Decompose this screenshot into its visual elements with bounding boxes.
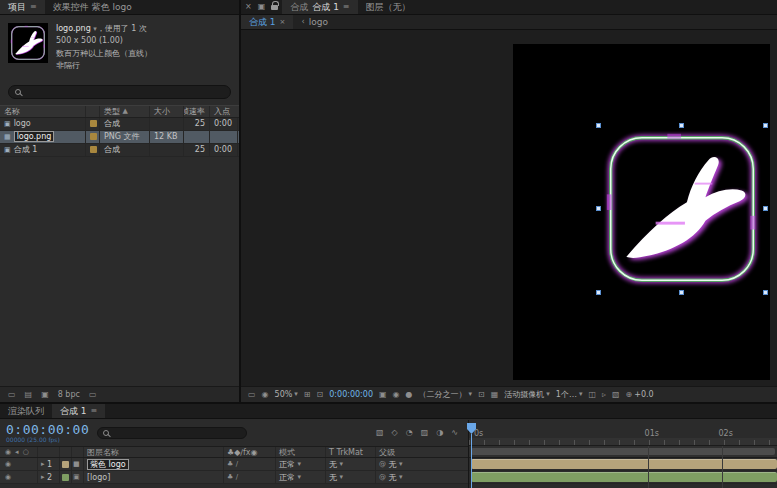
tab-composition[interactable]: 合成 合成 1 ≡ bbox=[282, 0, 357, 14]
panel-menu-icon[interactable]: ≡ bbox=[343, 3, 350, 11]
project-search-field[interactable] bbox=[8, 85, 231, 99]
trkmat-select[interactable]: 无 ▾ bbox=[326, 471, 376, 483]
magnification-icon[interactable]: ◉ bbox=[262, 391, 269, 399]
flowchart-icon[interactable]: ▧ bbox=[612, 391, 620, 399]
project-bpc[interactable]: 8 bpc bbox=[58, 390, 80, 399]
column-size[interactable]: 大小 bbox=[150, 106, 184, 117]
quality-slash-icon[interactable]: ∕ bbox=[236, 461, 238, 468]
label-swatch[interactable] bbox=[90, 146, 97, 153]
comp-current-time[interactable]: 0:00:00:00 bbox=[329, 390, 373, 399]
trkmat-select[interactable]: 无 ▾ bbox=[326, 458, 376, 470]
quality-icon[interactable]: ♣ bbox=[227, 474, 233, 481]
work-area-bar[interactable] bbox=[469, 446, 777, 458]
tab-timeline-comp-1[interactable]: 合成 1 ≡ bbox=[52, 404, 105, 418]
quality-icon[interactable]: ♣ bbox=[227, 461, 233, 468]
mode-select[interactable]: 正常 ▾ bbox=[276, 458, 326, 470]
lock-icon[interactable] bbox=[271, 5, 278, 10]
timeline-search-field[interactable] bbox=[97, 427, 247, 439]
close-icon[interactable]: × bbox=[245, 3, 252, 11]
eye-icon[interactable]: ◉ bbox=[5, 461, 11, 468]
layer-duration-bar[interactable] bbox=[471, 472, 777, 482]
selection-handle[interactable] bbox=[763, 206, 768, 211]
time-ruler[interactable]: 0s 01s 02s bbox=[469, 420, 777, 446]
channels-icon[interactable]: ● bbox=[406, 391, 413, 399]
new-comp-icon[interactable]: ▣ bbox=[41, 391, 49, 399]
always-preview-icon[interactable]: ▭ bbox=[248, 391, 256, 399]
label-swatch[interactable] bbox=[90, 120, 97, 127]
viewer-tab-comp-1[interactable]: 合成 1 × bbox=[241, 15, 293, 29]
grid-guides-icon[interactable]: ⊞ bbox=[304, 391, 311, 399]
draft-3d-icon[interactable]: ◇ bbox=[392, 429, 398, 437]
column-layer-name[interactable]: 图层名称 bbox=[84, 447, 224, 457]
selection-handle[interactable] bbox=[763, 123, 768, 128]
transparency-grid-icon[interactable]: ▦ bbox=[491, 391, 499, 399]
shy-layers-icon[interactable]: ◔ bbox=[406, 429, 413, 437]
selection-handle[interactable] bbox=[596, 290, 601, 295]
interpret-footage-icon[interactable]: ▭ bbox=[8, 391, 16, 399]
comp-viewer[interactable] bbox=[241, 30, 777, 386]
snapshot-icon[interactable]: ▣ bbox=[379, 391, 387, 399]
project-row-comp-1[interactable]: ▣合成 1 合成 25 0:00 bbox=[0, 144, 239, 157]
trash-icon[interactable]: ▭ bbox=[89, 391, 97, 399]
column-framerate[interactable]: 帧速率 bbox=[184, 106, 210, 117]
timeline-track-area[interactable]: 0s 01s 02s bbox=[468, 420, 777, 488]
panel-menu-icon[interactable]: ≡ bbox=[91, 407, 98, 415]
project-row-logo-comp[interactable]: ▣logo 合成 25 0:00 bbox=[0, 118, 239, 131]
column-name[interactable]: 名称 bbox=[0, 106, 86, 117]
graph-editor-icon[interactable]: ∿ bbox=[451, 429, 458, 437]
expand-icon[interactable]: ▸ bbox=[41, 461, 45, 468]
pixel-aspect-icon[interactable]: ◫ bbox=[588, 391, 596, 399]
item-name[interactable]: logo.png bbox=[14, 131, 55, 142]
current-time-indicator[interactable] bbox=[471, 434, 472, 488]
zoom-select[interactable]: 50%▾ bbox=[275, 390, 298, 399]
show-snapshot-icon[interactable]: ◉ bbox=[393, 391, 400, 399]
mode-select[interactable]: 正常 ▾ bbox=[276, 471, 326, 483]
layer-name-edit[interactable]: 紫色 logo bbox=[87, 459, 129, 470]
selection-handle[interactable] bbox=[679, 290, 684, 295]
label-swatch[interactable] bbox=[90, 133, 97, 140]
expand-icon[interactable]: ▸ bbox=[41, 474, 45, 481]
column-parent[interactable]: 父级 bbox=[376, 447, 468, 457]
exposure-control[interactable]: ⊕+0.0 bbox=[626, 390, 654, 399]
selection-handle[interactable] bbox=[596, 206, 601, 211]
logo-graphic[interactable] bbox=[599, 126, 765, 292]
selection-handle[interactable] bbox=[763, 290, 768, 295]
panel-menu-icon[interactable]: ≡ bbox=[30, 3, 37, 11]
selection-handle[interactable] bbox=[596, 123, 601, 128]
tab-layer-panel[interactable]: 图层（无） bbox=[358, 0, 419, 14]
eye-icon[interactable]: ◉ bbox=[5, 474, 11, 481]
layer-duration-bar[interactable] bbox=[471, 459, 777, 469]
label-swatch[interactable] bbox=[62, 461, 69, 468]
tab-project[interactable]: 项目 ≡ bbox=[0, 0, 45, 14]
panel-box-icon[interactable]: ▣ bbox=[258, 3, 266, 11]
column-inpoint[interactable]: 入点 bbox=[210, 106, 238, 117]
motion-blur-icon[interactable]: ◑ bbox=[436, 429, 443, 437]
camera-select[interactable]: 活动摄像机▾ bbox=[504, 389, 550, 400]
column-trkmat[interactable]: T TrkMat bbox=[326, 447, 376, 457]
work-area-range[interactable] bbox=[471, 448, 775, 455]
viewer-tab-logo[interactable]: ‹ logo bbox=[293, 15, 335, 29]
comp-canvas[interactable] bbox=[513, 44, 770, 380]
fast-preview-icon[interactable]: ▹ bbox=[602, 391, 606, 399]
resolution-select[interactable]: （二分之一）▾ bbox=[419, 389, 473, 400]
frame-blending-icon[interactable]: ▨ bbox=[421, 429, 429, 437]
layer-row-1[interactable]: ◉ ▸ 1 ■ 紫色 logo ♣ ∕ 正常 ▾ 无 ▾ @ 无 ▾ bbox=[0, 458, 468, 471]
mini-flowchart-icon[interactable]: ▧ bbox=[376, 429, 384, 437]
new-folder-icon[interactable]: ▤ bbox=[25, 391, 33, 399]
pickwhip-icon[interactable]: @ bbox=[379, 461, 386, 468]
column-switches[interactable]: ♣◆∕fx◉ bbox=[224, 447, 276, 457]
current-time-display[interactable]: 0:00:00:00 bbox=[6, 423, 89, 436]
tab-effect-controls[interactable]: 效果控件 紫色 logo bbox=[45, 0, 140, 14]
roi-icon[interactable]: ⊡ bbox=[478, 391, 485, 399]
column-label[interactable] bbox=[86, 106, 100, 117]
column-mode[interactable]: 模式 bbox=[276, 447, 326, 457]
quality-slash-icon[interactable]: ∕ bbox=[236, 474, 238, 481]
column-type[interactable]: 类型 ▲ bbox=[100, 106, 150, 117]
label-swatch[interactable] bbox=[62, 474, 69, 481]
selection-handle[interactable] bbox=[679, 123, 684, 128]
tab-render-queue[interactable]: 渲染队列 bbox=[0, 404, 52, 418]
parent-select[interactable]: @ 无 ▾ bbox=[376, 471, 468, 483]
parent-select[interactable]: @ 无 ▾ bbox=[376, 458, 468, 470]
layer-name[interactable]: [logo] bbox=[87, 473, 110, 482]
view-layout-select[interactable]: 1个…▾ bbox=[556, 389, 583, 400]
